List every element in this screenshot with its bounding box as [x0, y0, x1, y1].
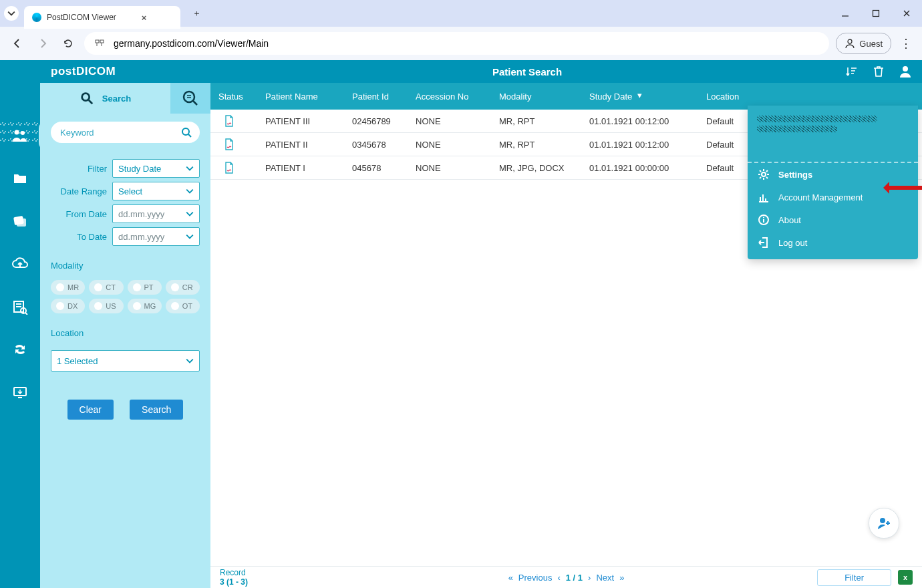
logout-icon [757, 236, 770, 249]
nav-back-button[interactable] [8, 34, 27, 53]
window-minimize-button[interactable] [830, 0, 861, 27]
pager-first[interactable]: « [508, 573, 513, 583]
col-accession[interactable]: Accession No [408, 92, 491, 102]
tab-list-button[interactable] [4, 6, 19, 21]
svg-rect-11 [17, 218, 26, 227]
modality-ct[interactable]: CT [89, 280, 123, 295]
record-label: Record [220, 568, 508, 577]
pager-next-chevron[interactable]: › [588, 573, 591, 583]
nav-forward-button[interactable] [33, 34, 52, 53]
nav-patients[interactable] [8, 124, 32, 148]
nav-cards[interactable] [8, 209, 32, 233]
trash-button[interactable] [871, 64, 886, 79]
location-select[interactable]: 1 Selected [51, 350, 200, 372]
search-doc-icon [182, 90, 199, 107]
nav-iconbar [0, 83, 40, 588]
col-status[interactable]: Status [210, 92, 257, 102]
url-input[interactable] [112, 37, 820, 49]
window-close-button[interactable] [891, 0, 922, 27]
daterange-select[interactable]: Select [112, 182, 200, 200]
window-maximize-button[interactable] [861, 0, 891, 27]
col-name[interactable]: Patient Name [257, 92, 344, 102]
modality-ot[interactable]: OT [166, 299, 200, 313]
col-studydate[interactable]: Study Date▾ [581, 92, 698, 102]
menu-settings[interactable]: Settings [748, 163, 918, 186]
tab-advanced-search[interactable] [170, 83, 210, 114]
modality-us[interactable]: US [89, 299, 123, 313]
menu-about[interactable]: About [748, 208, 918, 231]
tab-close-button[interactable]: × [142, 13, 147, 23]
chevron-down-icon [186, 233, 194, 241]
person-plus-icon [877, 516, 891, 531]
page-title: Patient Search [210, 66, 844, 78]
pager-prev[interactable]: Previous [518, 573, 553, 583]
chevron-down-icon [186, 357, 194, 365]
app-header: postDICOM Patient Search [0, 60, 922, 83]
keyword-input[interactable] [59, 127, 181, 138]
svg-point-7 [903, 66, 908, 71]
fromdate-label: From Date [51, 209, 107, 219]
col-id[interactable]: Patient Id [344, 92, 408, 102]
user-menu-button[interactable] [898, 64, 913, 79]
menu-account[interactable]: Account Management [748, 186, 918, 208]
modality-mr[interactable]: MR [51, 280, 85, 295]
daterange-label: Date Range [51, 186, 107, 196]
search-icon [80, 91, 94, 106]
nav-folders[interactable] [8, 166, 32, 190]
svg-point-28 [762, 172, 766, 176]
svg-point-9 [21, 131, 25, 135]
modality-mg[interactable]: MG [128, 299, 162, 313]
nav-reload-button[interactable] [59, 34, 78, 53]
tab-search[interactable]: Search [40, 83, 170, 114]
nav-worklist[interactable] [8, 295, 32, 319]
profile-chip[interactable]: Guest [836, 33, 891, 54]
svg-point-6 [848, 39, 852, 43]
search-button[interactable]: Search [130, 400, 183, 420]
chevron-down-icon [186, 187, 194, 195]
keyword-field[interactable] [51, 122, 200, 143]
svg-point-19 [82, 94, 89, 101]
nav-sync[interactable] [8, 337, 32, 361]
browser-tab[interactable]: PostDICOM Viewer × [24, 6, 180, 29]
modality-dx[interactable]: DX [51, 299, 85, 313]
modality-label: Modality [51, 261, 200, 271]
col-location[interactable]: Location [698, 92, 922, 102]
sort-desc-icon: ▾ [637, 92, 642, 100]
svg-point-8 [15, 130, 19, 135]
chevron-down-icon [7, 9, 15, 17]
todate-input[interactable]: dd.mm.yyyy [112, 227, 200, 246]
pager-next[interactable]: Next [596, 573, 614, 583]
site-info-icon[interactable] [94, 37, 106, 49]
menu-logout[interactable]: Log out [748, 231, 918, 254]
brand-logo: postDICOM [51, 65, 116, 78]
address-bar[interactable] [84, 32, 829, 55]
todate-label: To Date [51, 232, 107, 242]
add-patient-fab[interactable] [869, 508, 899, 539]
export-excel-button[interactable]: x [898, 570, 913, 585]
nav-upload[interactable] [8, 252, 32, 276]
browser-menu-button[interactable]: ⋮ [898, 36, 914, 51]
info-icon [757, 213, 770, 227]
svg-line-20 [89, 100, 93, 104]
filter-select[interactable]: Study Date [112, 159, 200, 178]
clear-button[interactable]: Clear [67, 400, 114, 420]
col-modality[interactable]: Modality [491, 92, 581, 102]
new-tab-button[interactable]: ＋ [187, 4, 206, 23]
footer-filter-button[interactable]: Filter [817, 569, 891, 586]
modality-cr[interactable]: CR [166, 280, 200, 295]
location-label: Location [51, 328, 200, 338]
user-info [748, 106, 918, 163]
modality-pt[interactable]: PT [128, 280, 162, 295]
chevron-down-icon [186, 164, 194, 172]
pager-prev-chevron[interactable]: ‹ [557, 573, 560, 583]
sort-button[interactable] [844, 64, 859, 79]
nav-display[interactable] [8, 380, 32, 404]
gear-icon [757, 168, 770, 181]
svg-point-31 [763, 217, 764, 218]
pager-last[interactable]: » [619, 573, 624, 583]
results-footer: Record 3 (1 - 3) « Previous ‹ 1 / 1 › Ne… [210, 566, 922, 588]
results-panel: Status Patient Name Patient Id Accession… [210, 83, 922, 588]
fromdate-input[interactable]: dd.mm.yyyy [112, 204, 200, 223]
svg-rect-3 [100, 40, 104, 43]
search-sidebar: Search Filter Study Date Date Range Sele… [40, 83, 210, 588]
